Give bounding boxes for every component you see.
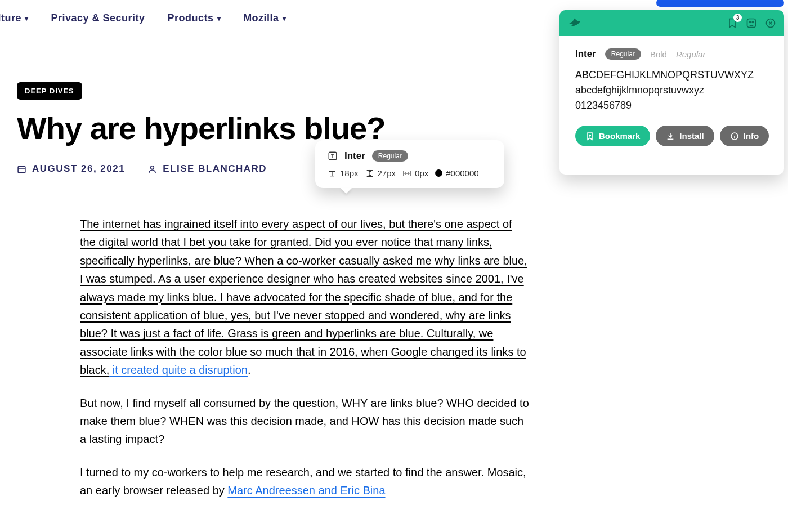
install-button[interactable]: Install [656,126,714,146]
chevron-down-icon: ▾ [25,15,29,23]
article-date: AUGUST 26, 2021 [17,163,125,175]
specimen-upper: ABCDEFGHIJKLMNOPQRSTUVWXYZ [575,68,768,83]
disruption-link[interactable]: it created quite a disruption [109,364,248,376]
font-inspector-tooltip: Inter Regular 18px 27px 0px #000000 [315,140,504,188]
weight-option-regular-italic[interactable]: Regular [676,50,706,59]
tooltip-line-height: 27px [365,168,396,178]
person-icon [147,164,157,174]
extension-logo-icon [567,15,582,32]
calendar-icon [17,164,26,174]
tooltip-color: #000000 [435,168,478,178]
tooltip-font-name: Inter [344,150,365,162]
font-extension-panel: 3 Inter Regular Bold Regular ABCDEFGHIJK… [559,10,784,175]
extension-body: Inter Regular Bold Regular ABCDEFGHIJKLM… [559,36,784,175]
weight-active-pill[interactable]: Regular [605,48,641,60]
install-label: Install [679,131,704,141]
svg-point-4 [749,21,751,23]
font-family-row: Inter Regular Bold Regular [575,48,768,60]
tooltip-weight-pill: Regular [372,150,408,162]
svg-rect-0 [18,166,25,172]
andreessen-link[interactable]: Marc Andreessen and Eric Bina [227,484,385,497]
font-icon [328,151,338,161]
tooltip-letter-spacing: 0px [402,168,428,178]
extension-header: 3 [559,10,784,36]
article-body: The internet has ingrained itself into e… [80,215,530,499]
paragraph-2: But now, I find myself all consumed by t… [80,394,530,449]
nav-label: Privacy & Security [51,12,145,24]
extension-actions: Bookmark Install Info [575,126,768,146]
svg-point-1 [151,166,154,169]
close-icon[interactable] [765,17,776,29]
bookmarks-icon[interactable]: 3 [727,17,738,29]
header-cta-button[interactable] [656,0,784,7]
chevron-down-icon: ▾ [217,15,221,23]
svg-point-5 [752,21,754,23]
ext-font-name: Inter [575,48,596,60]
nav-label: Mozilla [243,12,279,24]
nav-item-privacy[interactable]: Privacy & Security [51,12,145,24]
info-label: Info [744,131,759,141]
specimen-digits: 0123456789 [575,98,768,113]
font-specimen: ABCDEFGHIJKLMNOPQRSTUVWXYZ abcdefghijklm… [575,68,768,113]
specimen-lower: abcdefghijklmnopqrstuvwxyz [575,83,768,98]
bookmark-button[interactable]: Bookmark [575,126,650,146]
nav-item-products[interactable]: Products ▾ [168,12,221,24]
info-button[interactable]: Info [720,126,769,146]
tooltip-font-size: 18px [328,168,359,178]
letter-spacing-icon [402,169,411,178]
nav-item-culture[interactable]: ulture ▾ [0,12,29,24]
color-swatch-icon [435,169,442,177]
p1-end: . [248,364,251,376]
paragraph-3: I turned to my co-workers to help me res… [80,463,530,500]
line-height-icon [365,169,374,178]
category-badge[interactable]: DEEP DIVES [17,82,82,100]
paragraph-1: The internet has ingrained itself into e… [80,215,530,379]
text-size-icon [328,169,337,178]
author-text: ELISE BLANCHARD [163,163,267,175]
bookmark-count-badge: 3 [733,14,742,22]
article-author: ELISE BLANCHARD [147,163,267,175]
nav-label: ulture [0,12,21,24]
bookmark-label: Bookmark [599,131,640,141]
nav-item-mozilla[interactable]: Mozilla ▾ [243,12,286,24]
settings-icon[interactable] [746,17,757,29]
weight-option-bold[interactable]: Bold [650,50,667,59]
date-text: AUGUST 26, 2021 [32,163,125,175]
nav-label: Products [168,12,214,24]
p1-text: The internet has ingrained itself into e… [80,218,527,376]
chevron-down-icon: ▾ [283,15,286,23]
